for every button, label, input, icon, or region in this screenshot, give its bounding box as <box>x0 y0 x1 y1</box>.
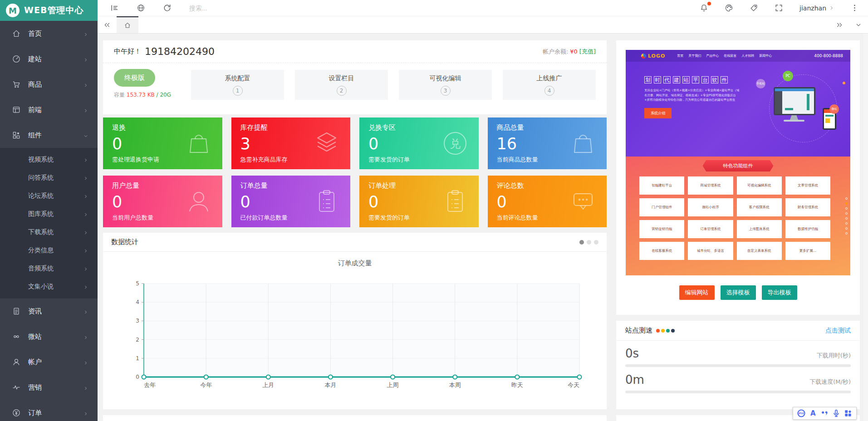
sidebar-subitem[interactable]: 论坛系统 <box>0 187 98 205</box>
ime-tools-grid-icon[interactable] <box>843 409 853 418</box>
preview-feature-grid: 智能建站平台商城管理系统可视化编辑系统文章管理系统门户管理组件微站小程序客户权限… <box>639 176 830 260</box>
setup-step[interactable]: 系统配置1 <box>191 70 284 100</box>
site-template-panel: LOGO 首页关于我们产品中心在线留言人才招聘新闻中心 400-800-8888… <box>616 40 860 315</box>
sidebar-item-blocks[interactable]: 组件 <box>0 122 98 148</box>
setup-step[interactable]: 上线推广4 <box>503 70 596 100</box>
ime-microphone-icon[interactable] <box>832 409 841 418</box>
notifications-bell-icon[interactable] <box>700 4 708 12</box>
stat-card-2[interactable]: 库存提醒3急需补充商品库存 <box>231 117 351 169</box>
sidebar-item-pulse[interactable]: 营销 <box>0 375 98 400</box>
sidebar-item-user[interactable]: 帐户 <box>0 349 98 375</box>
chevron-right-icon <box>83 266 88 271</box>
preview-description: 支持企业站+门户站（资讯+视频+分类信息）+专业商城+建站平台（域名注册、网站开… <box>644 88 740 103</box>
carousel-dot[interactable] <box>587 240 591 245</box>
chevron-right-icon <box>83 385 88 390</box>
sidebar-item-window[interactable]: 前端 <box>0 97 98 122</box>
svg-text:本周: 本周 <box>449 382 461 388</box>
account-number: 19184202490 <box>145 46 215 57</box>
site-template-preview[interactable]: LOGO 首页关于我们产品中心在线留言人才招聘新闻中心 400-800-8888… <box>626 50 850 275</box>
stat-card-1[interactable]: 退换0需处理退换货申请 <box>103 117 222 169</box>
sidebar-subitem[interactable]: 图库系统 <box>0 205 98 223</box>
ime-toolbar: iFLY A <box>793 407 857 420</box>
stat-card-4[interactable]: 商品总量16当前商品总数量 <box>488 117 607 169</box>
preview-logo: LOGO <box>641 53 665 59</box>
sidebar-subitem[interactable]: 视频系统 <box>0 151 98 169</box>
sidebar-item-cart[interactable]: 商品 <box>0 72 98 97</box>
sidebar-subitem[interactable]: 文集小说 <box>0 278 98 296</box>
fullscreen-icon[interactable] <box>775 4 783 12</box>
preview-headline-char: 件 <box>721 76 728 83</box>
preview-headline-char: 代 <box>663 76 671 83</box>
preview-feature-box: 数据维护功能 <box>785 220 830 238</box>
template-buttons: 编辑网站选择模板导出模板 <box>616 285 860 300</box>
speed-dot <box>671 329 675 333</box>
carousel-dot[interactable] <box>594 240 598 245</box>
sidebar-item-label: 商品 <box>28 80 42 89</box>
preview-bubble-mobile: 手机站 <box>756 79 765 88</box>
next-panel-edge-main <box>103 415 607 421</box>
tab-home[interactable] <box>117 16 138 33</box>
stat-card-3[interactable]: 兑换专区0需要发货的订单兑 <box>359 117 479 169</box>
preview-nav-item: 关于我们 <box>688 54 701 58</box>
exchange-icon: 兑 <box>441 129 470 158</box>
stat-card-8[interactable]: 评论总数0当前评论总数量 <box>488 176 607 227</box>
more-menu-icon[interactable] <box>850 4 859 12</box>
app-logo-icon: M <box>6 4 20 17</box>
app-title: WEB管理中心 <box>24 5 83 16</box>
user-menu[interactable]: jianzhan <box>799 5 834 12</box>
svg-text:上周: 上周 <box>387 382 399 388</box>
ime-logo-icon[interactable]: iFLY <box>797 409 806 418</box>
setup-step[interactable]: 可视化编辑3 <box>399 70 492 100</box>
tabs-menu-button[interactable] <box>849 16 868 33</box>
setup-step[interactable]: 设置栏目2 <box>295 70 388 100</box>
svg-text:本月: 本月 <box>324 382 336 388</box>
svg-text:3: 3 <box>136 318 139 324</box>
tag-icon[interactable] <box>750 4 758 12</box>
sidebar-subitem-label: 分类信息 <box>28 246 54 255</box>
ime-punctuation-icon[interactable] <box>820 409 829 418</box>
speed-metric: 0m下载速度(M/秒) <box>616 373 860 393</box>
sidebar-subitem[interactable]: 分类信息 <box>0 241 98 259</box>
sidebar-subitem[interactable]: 音频系统 <box>0 259 98 278</box>
recharge-link[interactable]: [充值] <box>579 48 596 56</box>
carousel-dot[interactable] <box>579 240 584 245</box>
ime-letter-mode-icon[interactable]: A <box>809 409 818 418</box>
speed-metric-label: 下载速度(M/秒) <box>809 378 851 386</box>
sidebar-item-gauge[interactable]: 建站 <box>0 46 98 72</box>
stat-card-5[interactable]: 用户总量0当前用户总数量 <box>103 176 222 227</box>
plan-row: 终极版 容量 153.73 KB / 20G 系统配置1设置栏目2可视化编辑3上… <box>103 63 607 100</box>
sidebar-item-home[interactable]: 首页 <box>0 21 98 46</box>
cart-icon <box>12 80 21 89</box>
refresh-icon[interactable] <box>163 4 172 12</box>
version-badge[interactable]: 终极版 <box>114 69 155 87</box>
globe-icon[interactable] <box>137 4 145 12</box>
sidebar-item-yen[interactable]: 订单 <box>0 400 98 421</box>
svg-text:5: 5 <box>136 280 139 287</box>
search-input[interactable] <box>189 5 257 12</box>
preview-headline-char: 平 <box>692 76 699 83</box>
choose-template-button[interactable]: 选择模板 <box>721 285 756 300</box>
stat-card-7[interactable]: 订单处理0需要发货的订单 <box>359 176 479 227</box>
sidebar-item-label: 建站 <box>28 55 42 64</box>
preview-feature-box: 自定义表单系统 <box>737 242 782 260</box>
tabs-scroll-right-button[interactable] <box>830 16 849 33</box>
run-speed-test-link[interactable]: 点击测试 <box>825 327 851 335</box>
sidebar-subitem[interactable]: 问答系统 <box>0 169 98 187</box>
stat-card-6[interactable]: 订单总量0已付款订单总数量 <box>231 176 351 227</box>
clipboard-icon <box>312 187 341 216</box>
preview-pagination-dot <box>845 222 848 225</box>
chevron-right-icon <box>83 308 88 314</box>
sidebar-item-infinity[interactable]: 微站 <box>0 324 98 349</box>
sidebar-subitem[interactable]: 下载系统 <box>0 223 98 241</box>
edit-site-button[interactable]: 编辑网站 <box>679 285 715 300</box>
capacity-info: 容量 153.73 KB / 20G <box>114 91 183 99</box>
theme-palette-icon[interactable] <box>725 4 733 12</box>
plan-info: 终极版 容量 153.73 KB / 20G <box>114 69 183 99</box>
tabs-scroll-left-button[interactable] <box>98 16 117 33</box>
collapse-menu-icon[interactable] <box>110 4 119 12</box>
preview-pagination-dots <box>845 197 848 235</box>
export-template-button[interactable]: 导出模板 <box>762 285 797 300</box>
chevron-right-icon <box>83 359 88 365</box>
sidebar-item-doc[interactable]: 资讯 <box>0 299 98 324</box>
sidebar-menu: 首页建站商品前端组件视频系统问答系统论坛系统图库系统下载系统分类信息音频系统文集… <box>0 21 98 421</box>
